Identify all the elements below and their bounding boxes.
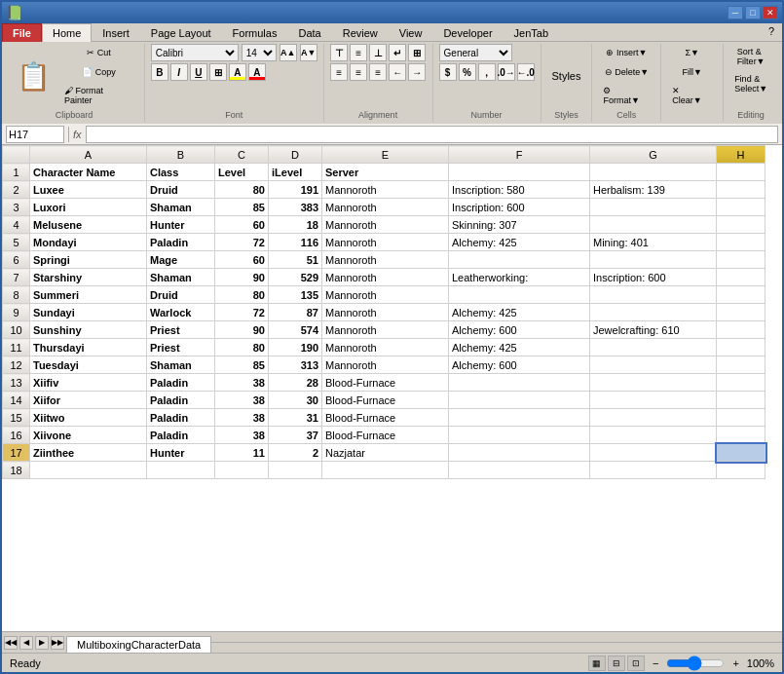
table-cell[interactable]: 38 [215,392,269,409]
table-cell[interactable]: Leatherworking: [449,269,590,286]
zoom-minus[interactable]: − [653,657,658,669]
table-cell[interactable]: Herbalism: 139 [590,181,717,199]
table-cell[interactable]: Server [322,164,449,181]
table-cell[interactable]: 38 [215,374,269,392]
table-cell[interactable]: Inscription: 580 [449,181,590,199]
table-cell[interactable]: Mannoroth [322,304,449,321]
align-middle-button[interactable]: ≡ [350,44,367,61]
table-cell[interactable]: 190 [269,339,322,356]
table-cell[interactable]: 31 [269,409,322,427]
table-cell[interactable] [590,462,717,479]
table-cell[interactable]: 87 [269,304,322,321]
copy-button[interactable]: 📄 Copy [59,63,138,81]
table-cell[interactable] [590,409,717,427]
table-cell[interactable] [449,427,590,444]
table-cell[interactable]: 135 [269,286,322,304]
styles-button[interactable]: Styles [546,52,585,100]
tab-page-layout[interactable]: Page Layout [140,23,222,42]
table-cell[interactable]: Starshiny [30,269,147,286]
table-cell[interactable] [449,409,590,427]
table-cell[interactable]: Hunter [147,444,215,462]
table-cell[interactable]: 383 [269,199,322,216]
formula-input[interactable] [86,126,778,143]
table-cell[interactable] [717,374,765,392]
row-header[interactable]: 14 [3,392,30,409]
font-size-select[interactable]: 14 [242,44,277,61]
tab-view[interactable]: View [389,23,433,42]
underline-button[interactable]: U [190,63,207,81]
table-cell[interactable]: Summeri [30,286,147,304]
row-header[interactable]: 8 [3,286,30,304]
delete-cells-button[interactable]: ⊖ Delete▼ [600,63,653,81]
row-header[interactable]: 16 [3,427,30,444]
table-cell[interactable]: 80 [215,286,269,304]
table-cell[interactable] [590,392,717,409]
sheet-nav-next[interactable]: ▶ [35,636,49,650]
increase-decimal-button[interactable]: .0→ [498,63,515,81]
row-header[interactable]: 9 [3,304,30,321]
find-select-button[interactable]: Find &Select▼ [729,71,772,96]
table-cell[interactable]: Luxori [30,199,147,216]
sheet-nav-prev[interactable]: ◀ [19,636,33,650]
row-header[interactable]: 17 [3,444,30,462]
table-cell[interactable]: Paladin [147,409,215,427]
table-cell[interactable]: Alchemy: 600 [449,321,590,339]
table-cell[interactable]: Xiifiv [30,374,147,392]
format-cells-button[interactable]: ⚙ Format▼ [598,83,654,108]
wrap-text-button[interactable]: ↵ [389,44,406,61]
close-button[interactable]: ✕ [763,6,778,19]
tab-developer[interactable]: Developer [432,23,503,42]
table-cell[interactable]: Mannoroth [322,181,449,199]
table-cell[interactable]: Inscription: 600 [590,269,717,286]
align-bottom-button[interactable]: ⊥ [369,44,387,61]
table-cell[interactable] [590,356,717,374]
col-header-a[interactable]: A [30,146,147,164]
table-cell[interactable]: 313 [269,356,322,374]
table-cell[interactable]: Ziinthee [30,444,147,462]
merge-center-button[interactable]: ⊞ [408,44,426,61]
table-cell[interactable]: 85 [215,199,269,216]
table-cell[interactable] [717,199,765,216]
table-cell[interactable]: 60 [215,251,269,269]
zoom-plus[interactable]: + [732,657,738,669]
table-cell[interactable]: Paladin [147,234,215,251]
table-cell[interactable]: 191 [269,181,322,199]
row-header[interactable]: 18 [3,462,30,479]
page-break-view-button[interactable]: ⊡ [627,655,645,671]
table-cell[interactable]: Inscription: 600 [449,199,590,216]
table-cell[interactable]: 72 [215,234,269,251]
italic-button[interactable]: I [170,63,188,81]
table-cell[interactable]: Blood-Furnace [322,392,449,409]
col-header-d[interactable]: D [269,146,322,164]
table-cell[interactable] [717,164,765,181]
paste-button[interactable]: 📋 [10,52,57,100]
align-center-button[interactable]: ≡ [350,63,367,81]
table-cell[interactable] [717,339,765,356]
table-cell[interactable] [717,251,765,269]
autosum-button[interactable]: Σ▼ [680,44,703,61]
table-cell[interactable] [449,286,590,304]
comma-button[interactable]: , [478,63,496,81]
tab-review[interactable]: Review [332,23,389,42]
table-cell[interactable] [147,462,215,479]
row-header[interactable]: 11 [3,339,30,356]
table-cell[interactable]: Skinning: 307 [449,216,590,234]
table-cell[interactable] [717,392,765,409]
table-cell[interactable] [717,181,765,199]
table-cell[interactable]: 2 [269,444,322,462]
table-cell[interactable]: Xiitwo [30,409,147,427]
insert-cells-button[interactable]: ⊕ Insert▼ [601,44,652,61]
table-cell[interactable] [717,286,765,304]
table-cell[interactable]: 37 [269,427,322,444]
table-cell[interactable]: Luxee [30,181,147,199]
table-cell[interactable] [449,374,590,392]
sheet-tab-multiboxing[interactable]: MultiboxingCharacterData [66,636,211,654]
table-cell[interactable] [590,444,717,462]
table-cell[interactable] [590,164,717,181]
table-cell[interactable]: 90 [215,321,269,339]
table-cell[interactable] [30,462,147,479]
table-cell[interactable] [590,304,717,321]
minimize-button[interactable]: ─ [728,6,743,19]
col-header-b[interactable]: B [147,146,215,164]
format-painter-button[interactable]: 🖌 Format Painter [59,83,138,108]
